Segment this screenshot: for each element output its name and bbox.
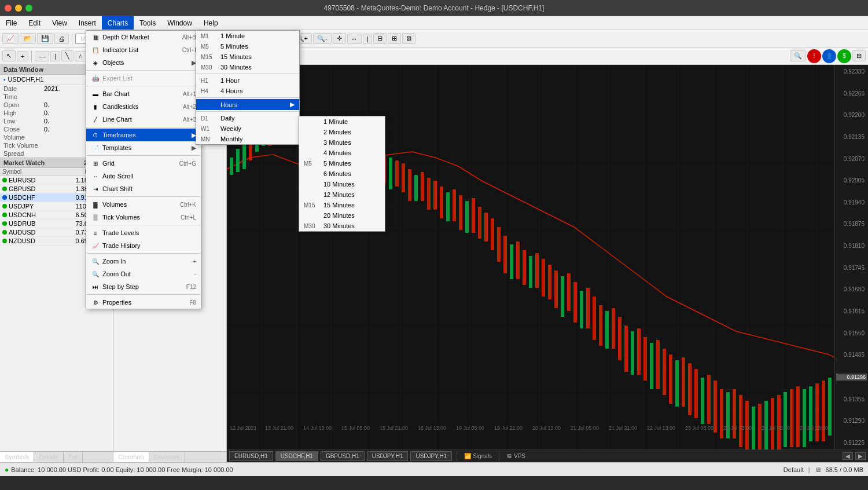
menu-auto-scroll[interactable]: ↔ Auto Scroll [86, 170, 201, 182]
menu-separator [86, 253, 201, 254]
trade-button[interactable]: $ [837, 49, 851, 63]
min-10[interactable]: 10 Minutes [299, 179, 385, 189]
menu-file[interactable]: File [0, 16, 23, 30]
candle-btn[interactable]: ⊞ [388, 33, 401, 44]
menu-line-chart[interactable]: ╱ Line Chart Alt+3 [86, 113, 201, 126]
hline-button[interactable]: — [35, 51, 49, 61]
new-chart-button[interactable]: 📈 [2, 33, 19, 44]
min-5[interactable]: M5 5 Minutes [299, 158, 385, 169]
tf-m15[interactable]: M15 15 Minutes [196, 52, 299, 62]
save-button[interactable]: 💾 [37, 33, 53, 44]
close-button[interactable] [5, 5, 12, 12]
min-badge: M15 [304, 202, 320, 209]
menu-item-label: Volumes [102, 201, 127, 208]
menu-templates[interactable]: 📄 Templates ▶ [86, 141, 201, 154]
menu-help[interactable]: Help [198, 16, 224, 30]
menu-depth-of-market[interactable]: ▦ Depth Of Market Alt+B [86, 31, 201, 43]
scroll-left-button[interactable]: ◀ [843, 452, 853, 460]
min-3[interactable]: 3 Minutes [299, 137, 385, 148]
menu-objects[interactable]: ◈ Objects ▶ [86, 56, 201, 69]
min-4[interactable]: 4 Minutes [299, 148, 385, 158]
menu-properties[interactable]: ⚙ Properties F8 [86, 296, 201, 309]
menu-candlesticks[interactable]: ▮ Candlesticks Alt+2 [86, 100, 201, 113]
min-2[interactable]: 2 Minutes [299, 127, 385, 137]
menu-bar-chart[interactable]: ▬ Bar Chart Alt+1 [86, 87, 201, 100]
menu-zoom-in[interactable]: 🔍 Zoom In + [86, 255, 201, 268]
chart-tab-gbpusd[interactable]: GBPUSD,H1 [321, 451, 365, 461]
tab-details[interactable]: Details [34, 452, 64, 462]
line-chart-btn[interactable]: ⊠ [402, 33, 415, 44]
chart-tab-eurusd[interactable]: EURUSD,H1 [229, 451, 273, 461]
tf-h1[interactable]: H1 1 Hour [196, 75, 299, 86]
svg-rect-73 [688, 363, 692, 415]
menu-window[interactable]: Window [161, 16, 198, 30]
min-30[interactable]: M30 30 Minutes [299, 221, 385, 231]
arrow-icon: ▶ [290, 101, 295, 108]
vline-button[interactable]: | [50, 51, 60, 61]
tab-trade[interactable]: Tra [64, 452, 83, 462]
min-15[interactable]: M15 15 Minutes [299, 200, 385, 210]
tf-d1[interactable]: D1 Daily [196, 113, 299, 123]
min-1[interactable]: 1 Minute [299, 116, 385, 127]
tf-m1[interactable]: M1 1 Minute [196, 31, 299, 41]
cursor-button[interactable]: ↖ [2, 50, 16, 61]
svg-rect-44 [503, 236, 507, 273]
tf-w1[interactable]: W1 Weekly [196, 123, 299, 134]
tf-h4[interactable]: H4 4 Hours [196, 86, 299, 96]
menu-chart-shift[interactable]: ⇥ Chart Shift [86, 182, 201, 195]
chart-tab-usdjpy-h1[interactable]: USDJPY,H1 [367, 451, 409, 461]
nav-tab-common[interactable]: Common [113, 452, 149, 462]
menu-tick-volumes[interactable]: ▒ Tick Volumes Ctrl+L [86, 211, 201, 224]
menu-trade-levels[interactable]: ≡ Trade Levels [86, 226, 201, 239]
chart-tab-usdchf[interactable]: USDCHF,H1 [275, 451, 318, 461]
minimize-button[interactable] [15, 5, 22, 12]
tf-mn[interactable]: MN Monthly [196, 134, 299, 144]
menu-expert-list[interactable]: 🤖 Expert List [86, 72, 201, 85]
crosshair2-button[interactable]: + [17, 51, 28, 61]
menu-charts[interactable]: Charts [102, 16, 134, 30]
crosshair-button[interactable]: ✛ [333, 33, 346, 44]
nav-tab-favorites[interactable]: Favorites [149, 452, 185, 462]
signals-tab[interactable]: 📶 Signals [461, 452, 495, 460]
dot-icon [2, 221, 7, 226]
apps-button[interactable]: ⊞ [852, 50, 866, 61]
menu-step-by-step[interactable]: ⏭ Step by Step F12 [86, 280, 201, 293]
window-controls[interactable] [5, 5, 32, 12]
menu-timeframes[interactable]: ⏱ Timeframes ▶ [86, 129, 201, 141]
svg-rect-48 [529, 256, 532, 288]
tline-button[interactable]: ╲ [61, 50, 73, 61]
tf-minutes[interactable]: Hours ▶ [196, 99, 299, 110]
status-right: Default | 🖥 68.5 / 0.0 MB [784, 466, 863, 473]
menu-grid[interactable]: ⊞ Grid Ctrl+G [86, 157, 201, 170]
svg-rect-55 [573, 282, 577, 323]
menu-trade-history[interactable]: 📈 Trade History [86, 239, 201, 252]
tf-m5[interactable]: M5 5 Minutes [196, 41, 299, 52]
vps-tab[interactable]: 🖥 VPS [503, 452, 529, 460]
period-sep-button[interactable]: | [363, 34, 373, 44]
min-20[interactable]: 20 Minutes [299, 210, 385, 221]
print-button[interactable]: 🖨 [54, 34, 69, 44]
tab-symbols[interactable]: Symbols [0, 452, 34, 462]
user-button[interactable]: 👤 [822, 49, 836, 63]
chart-tab-usdjpy-h1-2[interactable]: USDJPY,H1 [410, 451, 452, 461]
menu-insert[interactable]: Insert [73, 16, 102, 30]
alert-button[interactable]: ! [807, 49, 821, 63]
scroll-right-button[interactable]: ▶ [855, 452, 866, 460]
tf-m30[interactable]: M30 30 Minutes [196, 62, 299, 72]
scroll-controls: ◀ ▶ [843, 452, 866, 460]
menu-edit[interactable]: Edit [23, 16, 46, 30]
menu-zoom-out[interactable]: 🔍 Zoom Out - [86, 268, 201, 280]
search-button[interactable]: 🔍 [790, 50, 806, 61]
open-button[interactable]: 📂 [20, 33, 36, 44]
bar-chart-btn[interactable]: ⊟ [373, 33, 387, 44]
menu-view[interactable]: View [46, 16, 73, 30]
min-6[interactable]: 6 Minutes [299, 169, 385, 179]
zoom-out-button[interactable]: 🔍- [313, 33, 332, 44]
shortcut-label: Alt+B [182, 34, 196, 41]
menu-indicator-list[interactable]: 📋 Indicator List Ctrl+I [86, 43, 201, 56]
maximize-button[interactable] [25, 5, 32, 12]
menu-tools[interactable]: Tools [134, 16, 161, 30]
menu-volumes[interactable]: ▓ Volumes Ctrl+K [86, 198, 201, 211]
scroll-button[interactable]: ↔ [347, 34, 362, 44]
min-12[interactable]: 12 Minutes [299, 189, 385, 200]
